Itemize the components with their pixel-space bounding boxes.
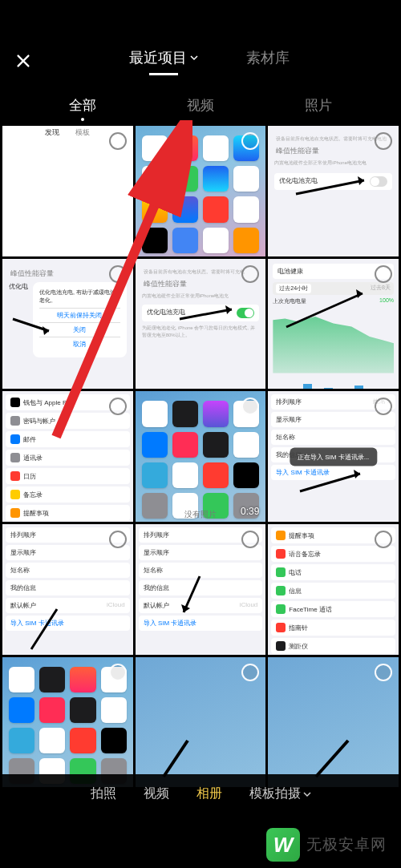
filter-all[interactable]: 全部 [69, 96, 96, 115]
select-circle[interactable] [241, 664, 259, 681]
filter-photo[interactable]: 照片 [305, 96, 332, 115]
select-circle[interactable] [375, 531, 392, 548]
bottom-tab-photo[interactable]: 拍照 [91, 785, 116, 802]
thumb-1[interactable]: 发现 模板 [2, 126, 133, 256]
thumb-7[interactable]: 钱包与 Apple Pay 密码与帐户 邮件 通讯录 日历 备忘录 提醒事项 语… [2, 391, 133, 522]
bottom-tab-video[interactable]: 视频 [144, 785, 169, 802]
select-circle[interactable] [375, 132, 392, 150]
header: 最近项目 素材库 [0, 32, 401, 82]
tab-library[interactable]: 素材库 [246, 48, 290, 74]
no-photo-label: 没有照片 [184, 509, 217, 520]
thumb-4[interactable]: 峰值性能容量 优化电 优化电池充电, 有助于减缓电池老化。 明天前保持关闭 关闭… [2, 259, 133, 390]
bottom-bar: 拍照 视频 相册 模板拍摄 [0, 774, 401, 813]
thumb-15[interactable] [268, 657, 399, 788]
close-icon[interactable] [14, 52, 32, 70]
filter-tabs: 全部 视频 照片 [0, 82, 401, 126]
chevron-down-icon [303, 790, 311, 798]
import-toast: 正在导入 SIM 卡通讯录... [290, 447, 377, 466]
thumb-11[interactable]: 排列顺序 显示顺序 短名称 我的信息 默认帐户iCloud 导入 SIM 卡通讯… [136, 524, 266, 655]
thumb-13[interactable] [2, 657, 133, 788]
thumb-10[interactable]: 排列顺序 显示顺序 短名称 我的信息 默认帐户iCloud 导入 SIM 卡通讯… [2, 524, 133, 655]
media-grid: 发现 模板 设备目前所有电池在充电状态。需要时将可充电电池 峰值性能容量 内置电… [0, 126, 401, 787]
tab-recent-label: 最近项目 [129, 48, 187, 67]
video-duration: 0:39 [241, 506, 259, 517]
thumb-2[interactable] [136, 126, 266, 256]
chevron-down-icon [190, 54, 198, 62]
select-circle[interactable] [109, 132, 127, 150]
select-circle[interactable] [241, 265, 259, 283]
tab-recent[interactable]: 最近项目 [129, 48, 198, 74]
select-circle[interactable] [375, 265, 392, 283]
bottom-tab-template[interactable]: 模板拍摄 [249, 785, 311, 802]
watermark: 无极安卓网 [266, 828, 387, 862]
select-circle[interactable] [109, 531, 127, 548]
svg-line-15 [164, 741, 188, 777]
select-circle[interactable] [375, 664, 392, 681]
watermark-logo-icon [266, 828, 300, 862]
thumb-12[interactable]: 提醒事项 语音备忘录 电话 信息 FaceTime 通话 指南针 测距仪 Saf… [268, 524, 399, 655]
select-circle[interactable] [109, 664, 127, 681]
thumb-5[interactable]: 设备目前所有电池在充电状态。需要时将可充电 峰值性能容量 内置电池硬件全部正常使… [136, 259, 266, 390]
bottom-tab-album[interactable]: 相册 [196, 785, 222, 802]
select-circle[interactable] [109, 398, 127, 415]
thumb-3[interactable]: 设备目前所有电池在充电状态。需要时将可充电电池 峰值性能容量 内置电池硬件全部正… [268, 126, 399, 256]
watermark-text: 无极安卓网 [306, 834, 387, 855]
thumb-8[interactable]: 0:39 没有照片 [136, 391, 266, 522]
filter-video[interactable]: 视频 [187, 96, 214, 115]
tab-library-label: 素材库 [246, 48, 290, 67]
svg-line-16 [316, 741, 348, 777]
thumb-6[interactable]: 电池健康 过去24小时 过去8天 上次充电电量 100% [268, 259, 399, 390]
thumb-14[interactable] [136, 657, 266, 788]
thumb-9[interactable]: 排列顺序姓,名 > 显示顺序 短名称 我的信息 导入 SIM 卡通讯录 正在导入… [268, 391, 399, 522]
header-tabs: 最近项目 素材库 [32, 48, 387, 74]
select-circle[interactable] [109, 265, 127, 283]
